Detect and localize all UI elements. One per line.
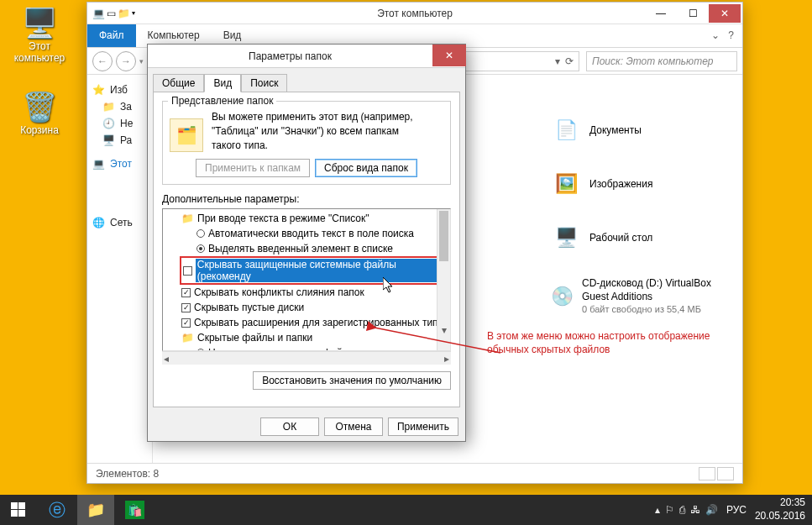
sidebar-downloads[interactable]: 📁За: [91, 98, 149, 115]
checkbox-checked-icon: ✓: [181, 318, 191, 328]
taskbar-ie[interactable]: ⓔ: [39, 495, 76, 525]
sidebar-this-pc[interactable]: 💻Этот: [91, 155, 149, 172]
address-dropdown-icon[interactable]: ▾: [555, 55, 560, 67]
view-mode-toggle[interactable]: [699, 467, 734, 480]
tree-check-hide-system[interactable]: Скрывать защищенные системные файлы (рек…: [196, 259, 447, 282]
sidebar-network[interactable]: 🌐Сеть: [91, 214, 149, 231]
language-indicator[interactable]: РУС: [726, 504, 747, 516]
flag-icon[interactable]: ⚐: [665, 504, 674, 516]
desktop-label: Этот компьютер: [14, 40, 65, 64]
taskbar-explorer[interactable]: 📁: [77, 495, 114, 525]
tab-search[interactable]: Поиск: [241, 74, 287, 92]
disc-icon: 💿: [551, 281, 574, 312]
desktop-icon: 🖥️: [551, 223, 581, 253]
system-tray[interactable]: ▴ ⚐ ⎙ 🖧 🔊: [655, 504, 718, 516]
radio-icon: [196, 229, 205, 238]
navigation-pane[interactable]: ⭐Изб 📁За 🕘Не 🖥️Ра 💻Этот 🌐Сеть: [87, 75, 153, 463]
scroll-right-icon[interactable]: ▸: [444, 353, 449, 365]
folder-icon: 📁: [181, 330, 194, 345]
large-icons-view-icon[interactable]: [717, 467, 734, 480]
qat-dropdown-icon[interactable]: ▾: [132, 9, 135, 17]
tree-radio-highlight[interactable]: Выделять введенный элемент в списке: [166, 241, 450, 256]
desktop-icon-this-pc[interactable]: 🖥️ Этот компьютер: [10, 8, 69, 64]
folder-views-description: Вы можете применить этот вид (например, …: [212, 110, 413, 152]
checkbox-checked-icon: ✓: [181, 288, 191, 297]
pictures-icon: 🖼️: [551, 169, 581, 199]
scroll-left-icon[interactable]: ◂: [164, 353, 169, 365]
tree-check-hide-empty[interactable]: ✓Скрывать пустые диски: [166, 300, 450, 315]
vertical-scrollbar[interactable]: ▴ ▾: [437, 209, 450, 350]
tree-group-hidden: 📁Скрытые файлы и папки: [166, 330, 450, 345]
documents-icon: 📄: [551, 115, 581, 145]
cancel-button[interactable]: Отмена: [324, 417, 383, 436]
advanced-settings-tree[interactable]: 📁При вводе текста в режиме "Список" Авто…: [162, 208, 451, 351]
nav-back-button[interactable]: ←: [92, 51, 113, 71]
item-documents[interactable]: 📄 Документы: [547, 110, 734, 150]
nav-history-dropdown-icon[interactable]: ▾: [139, 57, 144, 66]
network-icon: 🌐: [92, 217, 105, 228]
item-desktop[interactable]: 🖥️ Рабочий стол: [547, 218, 734, 258]
tree-check-hide-merge[interactable]: ✓Скрывать конфликты слияния папок: [166, 285, 450, 300]
close-button[interactable]: ✕: [709, 4, 741, 23]
star-icon: ⭐: [92, 84, 105, 96]
svg-rect-1: [11, 502, 18, 509]
store-icon: 🛍️: [125, 501, 144, 519]
tree-radio-hidden-no[interactable]: Не показывать скрытые файлы, папки и дис…: [166, 345, 450, 351]
checkbox-icon[interactable]: [183, 266, 192, 276]
apply-button[interactable]: Применить: [388, 417, 458, 436]
refresh-icon[interactable]: ⟳: [565, 55, 574, 67]
ie-icon: ⓔ: [49, 499, 65, 522]
desktop-icon-recycle-bin[interactable]: 🗑️ Корзина: [10, 92, 69, 136]
tree-check-hide-ext[interactable]: ✓Скрывать расширения для зарегистрирован…: [166, 315, 450, 330]
highlight-red-box: Скрывать защищенные системные файлы (рек…: [180, 256, 450, 285]
dialog-body: Представление папок 🗂️ Вы можете примени…: [153, 92, 460, 407]
svg-rect-4: [18, 510, 25, 517]
scrollbar-thumb[interactable]: [439, 211, 448, 261]
item-cd-drive[interactable]: 💿 CD-дисковод (D:) VirtualBox Guest Addi…: [547, 271, 734, 321]
network-icon[interactable]: 🖧: [690, 504, 700, 516]
qat-properties-icon[interactable]: ▭: [107, 8, 116, 19]
item-pictures[interactable]: 🖼️ Изображения: [547, 164, 734, 204]
start-button[interactable]: [0, 495, 37, 525]
dialog-titlebar[interactable]: Параметры папок ✕: [148, 45, 465, 68]
dialog-close-button[interactable]: ✕: [432, 45, 466, 66]
checkbox-checked-icon: ✓: [181, 303, 191, 312]
qat-new-folder-icon[interactable]: 📁: [118, 8, 130, 19]
annotation-text: В этом же меню можно настроить отображен…: [487, 329, 722, 356]
sound-icon[interactable]: 🔊: [705, 504, 718, 516]
folder-views-group: Представление папок 🗂️ Вы можете примени…: [162, 101, 451, 185]
app-icon: 💻: [92, 8, 105, 19]
taskbar[interactable]: ⓔ 📁 🛍️ ▴ ⚐ ⎙ 🖧 🔊 РУС 20:35 20.05.2016: [0, 495, 812, 525]
explorer-titlebar[interactable]: 💻 ▭ 📁 ▾ Этот компьютер — ☐ ✕: [87, 3, 742, 24]
status-bar: Элементов: 8: [87, 463, 742, 483]
taskbar-clock[interactable]: 20:35 20.05.2016: [755, 496, 805, 522]
sidebar-favorites[interactable]: ⭐Изб: [91, 81, 149, 98]
scroll-down-icon[interactable]: ▾: [437, 323, 450, 337]
tree-radio-auto-type[interactable]: Автоматически вводить текст в поле поиск…: [166, 226, 450, 241]
restore-defaults-button[interactable]: Восстановить значения по умолчанию: [253, 371, 451, 390]
tray-up-icon[interactable]: ▴: [655, 504, 660, 516]
horizontal-scrollbar[interactable]: ◂▸: [162, 351, 451, 365]
ribbon-expand-icon[interactable]: ⌄ ?: [703, 24, 742, 47]
maximize-button[interactable]: ☐: [677, 4, 709, 23]
item-label: Рабочий стол: [589, 231, 652, 244]
radio-checked-icon: [196, 244, 205, 253]
dialog-footer: ОК Отмена Применить: [148, 412, 465, 443]
reset-folders-button[interactable]: Сброс вида папок: [315, 159, 417, 177]
search-placeholder: Поиск: Этот компьютер: [592, 55, 714, 67]
tab-view[interactable]: Вид: [204, 74, 241, 92]
ok-button[interactable]: ОК: [260, 417, 319, 436]
device-icon[interactable]: ⎙: [679, 504, 685, 516]
search-input[interactable]: Поиск: Этот компьютер: [586, 51, 737, 71]
sidebar-recent[interactable]: 🕘Не: [91, 115, 149, 132]
ribbon-tab-file[interactable]: Файл: [87, 24, 136, 47]
computer-icon: 🖥️: [10, 8, 69, 37]
taskbar-store[interactable]: 🛍️: [116, 495, 153, 525]
minimize-button[interactable]: —: [645, 4, 677, 23]
desktop-label: Корзина: [20, 124, 59, 136]
group-legend: Представление папок: [168, 95, 276, 107]
tab-general[interactable]: Общие: [153, 74, 204, 92]
details-view-icon[interactable]: [699, 467, 715, 480]
sidebar-desktop[interactable]: 🖥️Ра: [91, 132, 149, 149]
nav-forward-button[interactable]: →: [116, 51, 136, 71]
